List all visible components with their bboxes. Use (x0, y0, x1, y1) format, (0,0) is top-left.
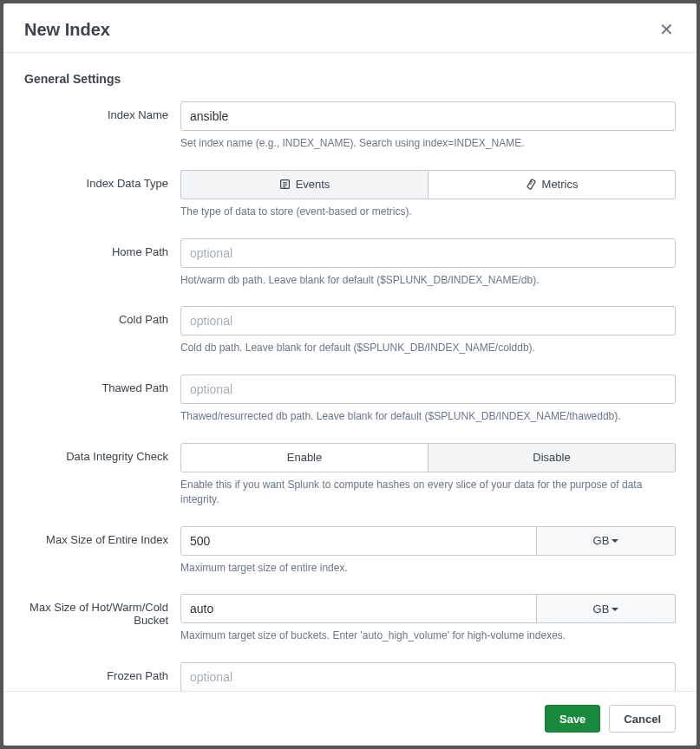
label-max-size-entire: Max Size of Entire Index (24, 526, 180, 576)
label-index-data-type: Index Data Type (24, 170, 180, 219)
data-type-events-button[interactable]: Events (180, 170, 429, 199)
events-icon (279, 179, 291, 190)
modal-header: New Index ✕ (3, 3, 697, 53)
svg-line-5 (530, 181, 532, 182)
new-index-modal: New Index ✕ General Settings Index Name … (3, 3, 697, 746)
label-cold-path: Cold Path (24, 306, 180, 355)
row-max-size-bucket: Max Size of Hot/Warm/Cold Bucket GB Maxi… (24, 594, 676, 643)
cancel-button[interactable]: Cancel (609, 705, 676, 733)
max-size-entire-unit-button[interactable]: GB (537, 526, 676, 556)
help-cold-path: Cold db path. Leave blank for default ($… (180, 341, 676, 355)
chevron-down-icon (612, 539, 618, 543)
help-data-integrity: Enable this if you want Splunk to comput… (180, 478, 676, 507)
row-index-name: Index Name Set index name (e.g., INDEX_N… (24, 101, 676, 151)
index-data-type-group: Events Metrics (180, 170, 676, 199)
integrity-enable-button[interactable]: Enable (180, 443, 429, 472)
row-cold-path: Cold Path Cold db path. Leave blank for … (24, 306, 676, 355)
modal-body[interactable]: General Settings Index Name Set index na… (3, 53, 697, 691)
label-frozen-path: Frozen Path (24, 662, 180, 691)
data-integrity-group: Enable Disable (180, 443, 676, 472)
home-path-input[interactable] (180, 238, 676, 268)
row-data-integrity: Data Integrity Check Enable Disable Enab… (24, 443, 676, 507)
modal-title: New Index (24, 20, 110, 40)
svg-line-6 (529, 184, 531, 185)
chevron-down-icon (612, 608, 618, 611)
help-home-path: Hot/warm db path. Leave blank for defaul… (180, 273, 676, 288)
row-home-path: Home Path Hot/warm db path. Leave blank … (24, 238, 676, 288)
label-data-integrity: Data Integrity Check (24, 443, 180, 507)
row-thawed-path: Thawed Path Thawed/resurrected db path. … (24, 374, 676, 424)
row-frozen-path: Frozen Path Frozen bucket archive path. … (24, 662, 676, 691)
help-index-data-type: The type of data to store (event-based o… (180, 205, 676, 219)
cold-path-input[interactable] (180, 306, 676, 335)
help-max-size-entire: Maximum target size of entire index. (180, 561, 676, 576)
close-icon: ✕ (659, 20, 674, 39)
data-type-metrics-button[interactable]: Metrics (429, 170, 676, 199)
frozen-path-input[interactable] (180, 662, 676, 691)
row-index-data-type: Index Data Type Events Metrics The type … (24, 170, 676, 219)
max-size-bucket-input[interactable] (180, 594, 537, 623)
close-button[interactable]: ✕ (657, 19, 676, 40)
integrity-disable-button[interactable]: Disable (429, 443, 676, 472)
row-max-size-entire: Max Size of Entire Index GB Maximum targ… (24, 526, 676, 576)
label-index-name: Index Name (24, 101, 180, 151)
section-general-settings: General Settings (24, 72, 676, 86)
help-thawed-path: Thawed/resurrected db path. Leave blank … (180, 409, 676, 424)
help-max-size-bucket: Maximum target size of buckets. Enter 'a… (180, 629, 676, 643)
help-index-name: Set index name (e.g., INDEX_NAME). Searc… (180, 136, 676, 151)
label-thawed-path: Thawed Path (24, 374, 180, 424)
label-home-path: Home Path (24, 238, 180, 288)
max-size-entire-input[interactable] (180, 526, 537, 556)
label-max-size-bucket: Max Size of Hot/Warm/Cold Bucket (24, 594, 180, 643)
save-button[interactable]: Save (545, 705, 600, 733)
modal-footer: Save Cancel (3, 691, 697, 746)
index-name-input[interactable] (180, 101, 676, 131)
max-size-bucket-unit-button[interactable]: GB (537, 594, 676, 623)
thawed-path-input[interactable] (180, 374, 676, 404)
metrics-icon (526, 179, 537, 190)
